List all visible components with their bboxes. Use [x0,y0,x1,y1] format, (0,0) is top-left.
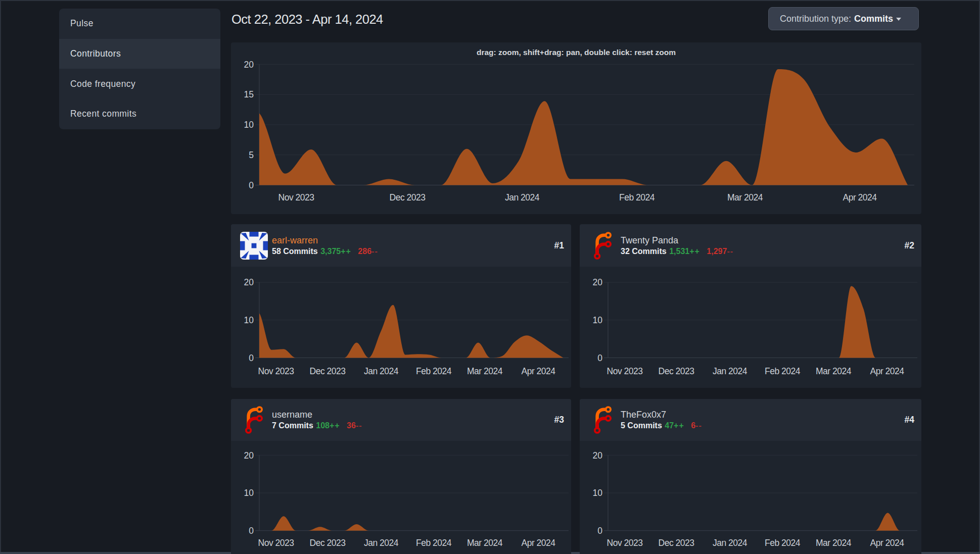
svg-text:10: 10 [593,488,603,498]
svg-text:Nov 2023: Nov 2023 [258,538,294,548]
svg-text:Feb 2024: Feb 2024 [416,538,452,548]
svg-text:Feb 2024: Feb 2024 [765,538,801,548]
svg-text:Mar 2024: Mar 2024 [816,538,852,548]
svg-text:Jan 2024: Jan 2024 [364,366,399,376]
svg-text:10: 10 [593,315,603,325]
svg-text:10: 10 [244,315,254,325]
svg-text:Nov 2023: Nov 2023 [607,366,643,376]
svg-text:Mar 2024: Mar 2024 [467,366,503,376]
svg-text:0: 0 [597,526,602,536]
svg-text:Jan 2024: Jan 2024 [364,538,399,548]
svg-text:Feb 2024: Feb 2024 [765,366,801,376]
svg-text:Nov 2023: Nov 2023 [258,366,294,376]
svg-text:0: 0 [597,353,602,363]
svg-text:Jan 2024: Jan 2024 [713,538,748,548]
svg-text:Nov 2023: Nov 2023 [607,538,643,548]
svg-text:20: 20 [593,450,603,461]
svg-text:0: 0 [249,353,254,363]
svg-text:Apr 2024: Apr 2024 [521,366,555,376]
svg-text:0: 0 [249,526,254,536]
svg-text:20: 20 [593,277,603,287]
svg-text:Jan 2024: Jan 2024 [713,366,748,376]
svg-text:5: 5 [249,150,254,160]
svg-text:Dec 2023: Dec 2023 [310,538,346,548]
svg-text:15: 15 [244,89,254,99]
svg-text:Feb 2024: Feb 2024 [619,192,655,203]
svg-text:Dec 2023: Dec 2023 [659,538,694,548]
svg-text:drag: zoom, shift+drag: pan, d: drag: zoom, shift+drag: pan, double clic… [477,48,676,57]
svg-text:Dec 2023: Dec 2023 [390,192,426,203]
svg-text:Mar 2024: Mar 2024 [727,192,763,203]
svg-text:Mar 2024: Mar 2024 [816,366,852,376]
svg-text:Dec 2023: Dec 2023 [659,366,694,376]
svg-text:20: 20 [244,60,254,70]
svg-text:20: 20 [244,277,254,287]
svg-text:20: 20 [244,450,254,461]
svg-text:Dec 2023: Dec 2023 [310,366,346,376]
svg-text:10: 10 [244,120,254,130]
svg-text:Nov 2023: Nov 2023 [278,192,314,203]
svg-text:Apr 2024: Apr 2024 [870,366,904,376]
svg-text:Feb 2024: Feb 2024 [416,366,452,376]
svg-text:Apr 2024: Apr 2024 [521,538,555,548]
svg-text:0: 0 [249,180,254,190]
svg-text:Apr 2024: Apr 2024 [870,538,904,548]
svg-text:Mar 2024: Mar 2024 [467,538,503,548]
svg-text:Jan 2024: Jan 2024 [505,192,540,203]
svg-text:10: 10 [244,488,254,498]
svg-text:Apr 2024: Apr 2024 [843,192,877,203]
